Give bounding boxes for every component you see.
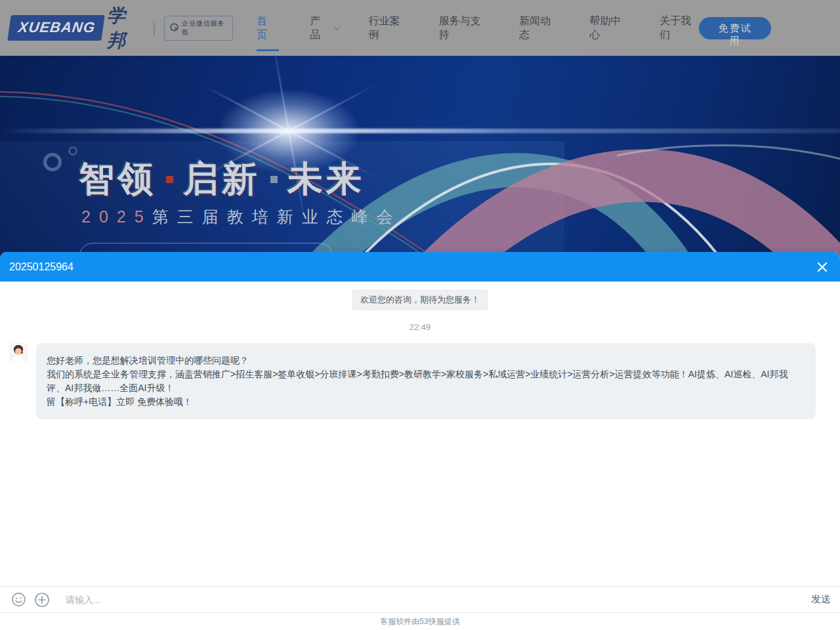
message-input[interactable] [66,595,803,605]
wechat-service-badge: 企业微信服务商 [164,16,233,41]
logo[interactable]: XUEBANG [7,15,104,41]
headline-word: 智领 [79,156,156,203]
close-icon[interactable] [815,260,830,274]
send-button[interactable]: 发送 [811,593,831,606]
menu-item-products[interactable]: 产品 [310,0,337,56]
ring-decoration [68,146,77,156]
wechat-work-icon [170,22,178,34]
banner-subtitle: 2025第三届教培新业态峰会 [81,206,402,228]
headline-word: 启新 [183,156,261,203]
ring-decoration [43,153,62,171]
logo-divider: | [152,20,156,37]
menu-item-news[interactable]: 新闻动态 [519,0,558,56]
menu-item-support[interactable]: 服务与支持 [439,0,488,56]
agent-message-row: 您好老师，您是想解决培训管理中的哪些问题呢？ 我们的系统是全业务管理支撑，涵盖营… [9,343,816,419]
logo-latin-text: XUEBANG [17,19,96,36]
page: XUEBANG 学邦 | 企业微信服务商 首 页 产品 行业案例 服务与支持 新… [0,0,840,630]
chat-message-area: 欢迎您的咨询，期待为您服务！ 22:49 您好老师，您是想解决培训管理中的哪些问… [0,282,840,586]
horizontal-light-streak [0,129,840,133]
menu-item-help[interactable]: 帮助中心 [589,0,629,56]
plus-icon[interactable] [34,592,50,608]
top-nav: XUEBANG 学邦 | 企业微信服务商 首 页 产品 行业案例 服务与支持 新… [0,0,840,56]
provider-credit-link[interactable]: 客服软件由53快服提供 [380,616,459,627]
welcome-notice: 欢迎您的咨询，期待为您服务！ [352,289,488,310]
menu-item-cases[interactable]: 行业案例 [369,0,408,56]
agent-avatar [9,343,28,362]
banner-headline: 智领 启新 未来 [79,156,365,203]
menu-item-about[interactable]: 关于我们 [660,0,699,56]
wechat-service-badge-label: 企业微信服务商 [182,19,227,37]
chevron-down-icon [333,24,340,30]
menu-item-home[interactable]: 首 页 [257,0,279,56]
dot-separator-blue [270,176,278,183]
chat-widget: 20250125964 欢迎您的咨询，期待为您服务！ 22:49 [0,252,840,630]
dot-separator-red [166,176,173,183]
main-menu: 首 页 产品 行业案例 服务与支持 新闻动态 帮助中心 关于我们 [257,0,699,56]
logo-cjk-text: 学邦 [107,3,143,53]
chat-footer: 客服软件由53快服提供 [0,612,840,630]
brand-area: XUEBANG 学邦 | 企业微信服务商 [9,3,233,53]
agent-message-bubble: 您好老师，您是想解决培训管理中的哪些问题呢？ 我们的系统是全业务管理支撑，涵盖营… [36,343,816,419]
chat-header: 20250125964 [0,252,840,282]
chat-input-bar: 发送 [0,586,840,612]
free-trial-button[interactable]: 免费试用 [699,17,771,39]
chat-session-id: 20250125964 [9,261,74,273]
emoji-icon[interactable] [10,592,26,608]
message-timestamp: 22:49 [0,322,840,332]
headline-word: 未来 [287,156,365,203]
